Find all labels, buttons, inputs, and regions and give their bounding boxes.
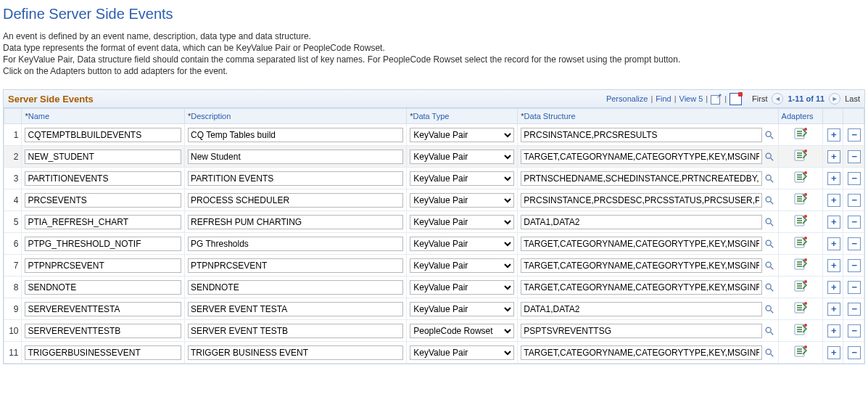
description-input[interactable] bbox=[188, 150, 403, 164]
name-input[interactable] bbox=[25, 324, 181, 338]
datastructure-input[interactable] bbox=[521, 128, 761, 142]
datastructure-input[interactable] bbox=[521, 345, 761, 360]
nav-next-icon[interactable]: ► bbox=[829, 93, 840, 105]
datastructure-input[interactable] bbox=[521, 324, 761, 338]
col-datastructure[interactable]: *Data Structure bbox=[518, 109, 778, 124]
name-input[interactable] bbox=[25, 280, 181, 295]
nav-first-label[interactable]: First bbox=[752, 94, 767, 103]
lookup-icon[interactable] bbox=[764, 282, 775, 293]
lookup-icon[interactable] bbox=[764, 173, 775, 184]
datatype-select[interactable]: KeyValue PairPeopleCode Rowset bbox=[410, 258, 514, 273]
datastructure-input[interactable] bbox=[521, 171, 761, 186]
col-datatype[interactable]: *Data Type bbox=[407, 109, 518, 124]
adapters-button[interactable] bbox=[793, 171, 808, 184]
adapters-button[interactable] bbox=[793, 258, 808, 271]
description-input[interactable] bbox=[188, 345, 403, 360]
datastructure-input[interactable] bbox=[521, 258, 761, 273]
lookup-icon[interactable] bbox=[764, 347, 775, 359]
delete-row-button[interactable]: − bbox=[848, 303, 861, 316]
name-input[interactable] bbox=[25, 215, 181, 229]
name-input[interactable] bbox=[25, 171, 181, 186]
lookup-icon[interactable] bbox=[764, 216, 775, 228]
name-input[interactable] bbox=[25, 258, 181, 273]
delete-row-button[interactable]: − bbox=[848, 150, 861, 163]
col-name[interactable]: *Name bbox=[22, 109, 185, 124]
datatype-select[interactable]: KeyValue PairPeopleCode Rowset bbox=[410, 324, 514, 338]
download-icon[interactable] bbox=[729, 93, 742, 105]
adapters-button[interactable] bbox=[793, 323, 808, 336]
lookup-icon[interactable] bbox=[764, 195, 775, 206]
name-input[interactable] bbox=[25, 128, 181, 142]
datastructure-input[interactable] bbox=[521, 193, 761, 208]
col-description[interactable]: *Description bbox=[185, 109, 407, 124]
zoom-icon[interactable] bbox=[711, 94, 722, 105]
description-input[interactable] bbox=[188, 215, 403, 229]
adapters-button[interactable] bbox=[793, 149, 808, 162]
col-adapters[interactable]: Adapters bbox=[778, 109, 822, 124]
add-row-button[interactable]: + bbox=[827, 303, 840, 316]
delete-row-button[interactable]: − bbox=[848, 237, 861, 250]
adapters-button[interactable] bbox=[793, 214, 808, 227]
datastructure-input[interactable] bbox=[521, 237, 761, 251]
adapters-button[interactable] bbox=[793, 192, 808, 205]
delete-row-button[interactable]: − bbox=[848, 259, 861, 272]
description-input[interactable] bbox=[188, 193, 403, 208]
name-input[interactable] bbox=[25, 345, 181, 360]
lookup-icon[interactable] bbox=[764, 129, 775, 141]
delete-row-button[interactable]: − bbox=[848, 216, 861, 229]
personalize-link[interactable]: Personalize bbox=[606, 94, 648, 103]
adapters-button[interactable] bbox=[793, 279, 808, 292]
datastructure-input[interactable] bbox=[521, 280, 761, 295]
add-row-button[interactable]: + bbox=[827, 216, 840, 229]
find-link[interactable]: Find bbox=[656, 94, 671, 103]
add-row-button[interactable]: + bbox=[827, 346, 840, 359]
add-row-button[interactable]: + bbox=[827, 194, 840, 207]
adapters-button[interactable] bbox=[793, 301, 808, 314]
lookup-icon[interactable] bbox=[764, 325, 775, 337]
delete-row-button[interactable]: − bbox=[848, 281, 861, 294]
description-input[interactable] bbox=[188, 302, 403, 316]
adapters-button[interactable] bbox=[793, 345, 808, 358]
add-row-button[interactable]: + bbox=[827, 150, 840, 163]
datatype-select[interactable]: KeyValue PairPeopleCode Rowset bbox=[410, 193, 514, 208]
add-row-button[interactable]: + bbox=[827, 172, 840, 185]
datastructure-input[interactable] bbox=[521, 215, 761, 229]
description-input[interactable] bbox=[188, 324, 403, 338]
datatype-select[interactable]: KeyValue PairPeopleCode Rowset bbox=[410, 128, 514, 142]
add-row-button[interactable]: + bbox=[827, 324, 840, 337]
name-input[interactable] bbox=[25, 237, 181, 251]
datatype-select[interactable]: KeyValue PairPeopleCode Rowset bbox=[410, 237, 514, 251]
description-input[interactable] bbox=[188, 237, 403, 251]
datatype-select[interactable]: KeyValue PairPeopleCode Rowset bbox=[410, 280, 514, 295]
lookup-icon[interactable] bbox=[764, 238, 775, 250]
delete-row-button[interactable]: − bbox=[848, 128, 861, 142]
description-input[interactable] bbox=[188, 258, 403, 273]
add-row-button[interactable]: + bbox=[827, 281, 840, 294]
datatype-select[interactable]: KeyValue PairPeopleCode Rowset bbox=[410, 345, 514, 360]
lookup-icon[interactable] bbox=[764, 303, 775, 315]
description-input[interactable] bbox=[188, 128, 403, 142]
name-input[interactable] bbox=[25, 150, 181, 164]
add-row-button[interactable]: + bbox=[827, 259, 840, 272]
view5-link[interactable]: View 5 bbox=[679, 94, 703, 103]
lookup-icon[interactable] bbox=[764, 151, 775, 163]
datastructure-input[interactable] bbox=[521, 302, 761, 316]
adapters-button[interactable] bbox=[793, 127, 808, 140]
name-input[interactable] bbox=[25, 193, 181, 208]
description-input[interactable] bbox=[188, 171, 403, 186]
datastructure-input[interactable] bbox=[521, 150, 761, 164]
adapters-button[interactable] bbox=[793, 236, 808, 249]
datatype-select[interactable]: KeyValue PairPeopleCode Rowset bbox=[410, 150, 514, 164]
add-row-button[interactable]: + bbox=[827, 128, 840, 142]
name-input[interactable] bbox=[25, 302, 181, 316]
datatype-select[interactable]: KeyValue PairPeopleCode Rowset bbox=[410, 171, 514, 186]
datatype-select[interactable]: KeyValue PairPeopleCode Rowset bbox=[410, 302, 514, 316]
delete-row-button[interactable]: − bbox=[848, 172, 861, 185]
nav-last-label[interactable]: Last bbox=[845, 94, 860, 103]
description-input[interactable] bbox=[188, 280, 403, 295]
lookup-icon[interactable] bbox=[764, 260, 775, 271]
delete-row-button[interactable]: − bbox=[848, 194, 861, 207]
datatype-select[interactable]: KeyValue PairPeopleCode Rowset bbox=[410, 215, 514, 229]
delete-row-button[interactable]: − bbox=[848, 324, 861, 337]
delete-row-button[interactable]: − bbox=[848, 346, 861, 359]
